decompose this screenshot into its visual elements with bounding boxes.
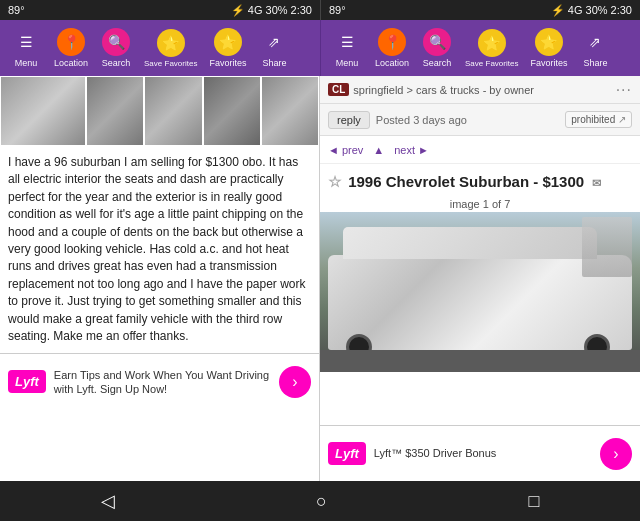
right-status-icons: ⚡ 4G 30% 2:30 (551, 4, 632, 17)
menu-label-right: Menu (336, 58, 359, 68)
nav-location-left[interactable]: 📍 Location (48, 24, 94, 72)
recent-button[interactable]: □ (508, 491, 559, 512)
location-label-left: Location (54, 58, 88, 68)
listing-description: I have a 96 suburban I am selling for $1… (0, 146, 319, 353)
listing-title-area: ☆ 1996 Chevrolet Suburban - $1300 ✉ (320, 164, 640, 196)
search-icon-right: 🔍 (423, 28, 451, 56)
nav-menu-right[interactable]: ☰ Menu (325, 24, 369, 72)
left-nav-bar: ☰ Menu 📍 Location 🔍 Search ⭐ Save Favori… (0, 20, 320, 76)
description-text: I have a 96 suburban I am selling for $1… (8, 155, 306, 343)
right-ad-button[interactable]: › (600, 438, 632, 470)
search-label-left: Search (102, 58, 131, 68)
save-favorites-icon-left: ⭐ (157, 29, 185, 57)
menu-label-left: Menu (15, 58, 38, 68)
more-options-icon[interactable]: ··· (616, 81, 632, 99)
prohibited-button[interactable]: prohibited ↗ (565, 111, 632, 128)
posted-date: Posted 3 days ago (376, 114, 559, 126)
signal-right: 4G (568, 4, 583, 16)
share-label-right: Share (583, 58, 607, 68)
back-button[interactable]: ◁ (81, 490, 135, 512)
left-ad-text: Earn Tips and Work When You Want Driving… (54, 368, 271, 397)
nav-location-right[interactable]: 📍 Location (369, 24, 415, 72)
left-ad-button[interactable]: › (279, 366, 311, 398)
nav-share-left[interactable]: ⇗ Share (252, 24, 296, 72)
lyft-logo-right: Lyft (328, 442, 366, 465)
left-status-bar: 89° ⚡ 4G 30% 2:30 (0, 0, 320, 20)
menu-icon-left: ☰ (12, 28, 40, 56)
left-temp: 89° (8, 4, 25, 16)
location-label-right: Location (375, 58, 409, 68)
nav-save-favorites-right[interactable]: ⭐ Save Favorites (459, 25, 524, 72)
prev-button[interactable]: ◄ prev (328, 144, 363, 156)
bottom-nav: ◁ ○ □ (0, 481, 640, 521)
save-favorites-label-left: Save Favorites (144, 59, 197, 68)
thumbnail-5[interactable] (261, 76, 319, 146)
home-button[interactable]: ○ (296, 491, 347, 512)
lyft-logo-left: Lyft (8, 370, 46, 393)
listing-title: ☆ 1996 Chevrolet Suburban - $1300 ✉ (328, 172, 632, 192)
menu-icon-right: ☰ (333, 28, 361, 56)
time-left: 2:30 (291, 4, 312, 16)
favorites-icon-right: ⭐ (535, 28, 563, 56)
nav-search-right[interactable]: 🔍 Search (415, 24, 459, 72)
breadcrumb-text: springfield > cars & trucks - by owner (353, 84, 534, 96)
location-icon-right: 📍 (378, 28, 406, 56)
right-ad-banner[interactable]: Lyft Lyft™ $350 Driver Bonus › (320, 425, 640, 481)
favorite-star-icon[interactable]: ☆ (328, 173, 341, 190)
bluetooth-icon-left: ⚡ (231, 4, 245, 17)
email-icon[interactable]: ✉ (592, 177, 601, 189)
nav-favorites-right[interactable]: ⭐ Favorites (524, 24, 573, 72)
favorites-icon-left: ⭐ (214, 28, 242, 56)
listing-title-text: 1996 Chevrolet Suburban - $1300 (348, 173, 584, 190)
share-icon-right: ⇗ (581, 28, 609, 56)
cl-badge: CL (328, 83, 349, 96)
save-favorites-icon-right: ⭐ (478, 29, 506, 57)
main-listing-image[interactable] (320, 212, 640, 372)
thumbnail-2[interactable] (86, 76, 144, 146)
prohibited-icon: ↗ (618, 114, 626, 125)
up-button[interactable]: ▲ (373, 144, 384, 156)
location-icon-left: 📍 (57, 28, 85, 56)
share-label-left: Share (262, 58, 286, 68)
thumbnail-3[interactable] (144, 76, 202, 146)
thumbnail-strip[interactable] (0, 76, 319, 146)
right-status-bar: 89° ⚡ 4G 30% 2:30 (320, 0, 640, 20)
time-right: 2:30 (611, 4, 632, 16)
favorites-label-left: Favorites (209, 58, 246, 68)
prohibited-label: prohibited (571, 114, 615, 125)
nav-share-right[interactable]: ⇗ Share (573, 24, 617, 72)
search-icon-left: 🔍 (102, 28, 130, 56)
image-counter: image 1 of 7 (320, 196, 640, 212)
right-ad-text: Lyft™ $350 Driver Bonus (374, 446, 592, 460)
bluetooth-icon-right: ⚡ (551, 4, 565, 17)
share-icon-left: ⇗ (260, 28, 288, 56)
save-favorites-label-right: Save Favorites (465, 59, 518, 68)
status-bars: 89° ⚡ 4G 30% 2:30 89° ⚡ 4G 30% 2:30 (0, 0, 640, 20)
reply-button[interactable]: reply (328, 111, 370, 129)
nav-search-left[interactable]: 🔍 Search (94, 24, 138, 72)
breadcrumb-bar: CL springfield > cars & trucks - by owne… (320, 76, 640, 104)
content-area: I have a 96 suburban I am selling for $1… (0, 76, 640, 481)
main-thumbnail[interactable] (0, 76, 86, 146)
signal-left: 4G (248, 4, 263, 16)
right-temp: 89° (329, 4, 346, 16)
action-bar: reply Posted 3 days ago prohibited ↗ (320, 104, 640, 136)
right-panel: CL springfield > cars & trucks - by owne… (320, 76, 640, 481)
nav-menu-left[interactable]: ☰ Menu (4, 24, 48, 72)
nav-save-favorites-left[interactable]: ⭐ Save Favorites (138, 25, 203, 72)
left-ad-banner[interactable]: Lyft Earn Tips and Work When You Want Dr… (0, 353, 319, 409)
left-panel: I have a 96 suburban I am selling for $1… (0, 76, 320, 481)
thumbnail-4[interactable] (203, 76, 261, 146)
battery-left: 30% (266, 4, 288, 16)
left-status-icons: ⚡ 4G 30% 2:30 (231, 4, 312, 17)
right-nav-bar: ☰ Menu 📍 Location 🔍 Search ⭐ Save Favori… (320, 20, 640, 76)
next-button[interactable]: next ► (394, 144, 429, 156)
prev-next-nav: ◄ prev ▲ next ► (320, 136, 640, 164)
search-label-right: Search (423, 58, 452, 68)
nav-favorites-left[interactable]: ⭐ Favorites (203, 24, 252, 72)
nav-bars: ☰ Menu 📍 Location 🔍 Search ⭐ Save Favori… (0, 20, 640, 76)
battery-right: 30% (586, 4, 608, 16)
favorites-label-right: Favorites (530, 58, 567, 68)
